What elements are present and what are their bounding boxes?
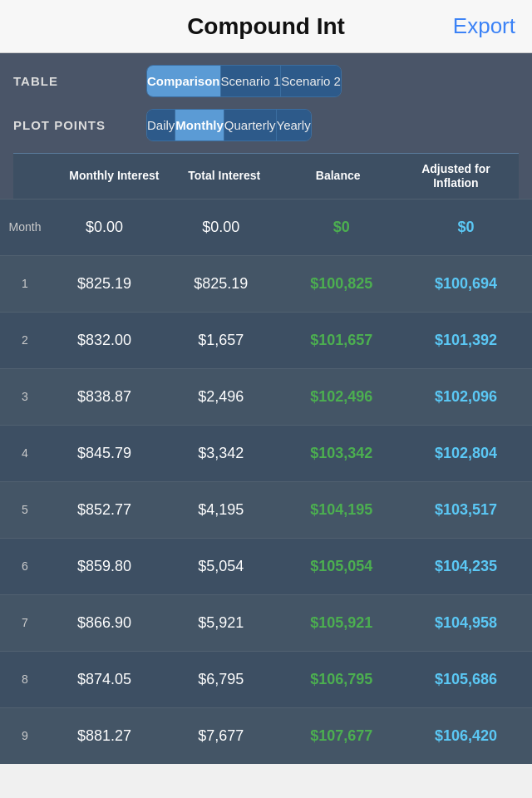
- cell-total-interest: $3,342: [159, 436, 283, 470]
- tab-scenario1[interactable]: Scenario 1: [221, 66, 282, 96]
- cell-month: 2: [0, 325, 50, 355]
- cell-inflation: $104,235: [400, 549, 532, 584]
- cell-monthly-interest: $859.80: [50, 549, 159, 584]
- cell-total-interest: $825.19: [159, 267, 283, 301]
- col-header-monthly-interest: Monthly Interest: [63, 162, 165, 190]
- table-row: 7$866.90$5,921$105,921$104,958: [0, 594, 532, 651]
- cell-total-interest: $5,921: [159, 606, 283, 640]
- cell-inflation: $105,686: [400, 663, 532, 697]
- cell-monthly-interest: $866.90: [50, 606, 159, 640]
- column-headers: Monthly Interest Total Interest Balance …: [13, 153, 519, 199]
- cell-balance: $106,795: [283, 663, 400, 697]
- cell-monthly-interest: $832.00: [50, 323, 159, 357]
- cell-total-interest: $7,677: [159, 719, 283, 753]
- tab-quarterly[interactable]: Quarterly: [224, 110, 277, 140]
- cell-inflation: $101,392: [400, 323, 532, 357]
- table-row: 5$852.77$4,195$104,195$103,517: [0, 481, 532, 538]
- cell-balance: $104,195: [283, 493, 400, 527]
- cell-balance: $102,496: [283, 380, 400, 414]
- cell-balance: $105,921: [283, 606, 400, 640]
- cell-total-interest: $4,195: [159, 493, 283, 527]
- table-row: 9$881.27$7,677$107,677$106,420: [0, 707, 532, 764]
- tab-monthly[interactable]: Monthly: [175, 110, 224, 140]
- table-control-row: TABLE Comparison Scenario 1 Scenario 2: [13, 65, 519, 97]
- cell-month: 7: [0, 608, 50, 638]
- tab-scenario2[interactable]: Scenario 2: [281, 66, 341, 96]
- cell-inflation: $102,096: [400, 380, 532, 414]
- data-table: Month$0.00$0.00$0$01$825.19$825.19$100,8…: [0, 199, 532, 764]
- cell-monthly-interest: $825.19: [50, 267, 159, 301]
- cell-balance: $101,657: [283, 323, 400, 357]
- plot-label: PLOT POINTS: [13, 118, 146, 132]
- app-header: Compound Int Export: [0, 0, 532, 53]
- cell-monthly-interest: $845.79: [50, 436, 159, 470]
- cell-month: Month: [0, 212, 50, 242]
- cell-balance: $107,677: [283, 719, 400, 753]
- col-header-month: [13, 162, 63, 190]
- col-header-total-interest: Total Interest: [165, 162, 283, 190]
- cell-balance: $103,342: [283, 436, 400, 470]
- tab-yearly[interactable]: Yearly: [277, 110, 311, 140]
- cell-month: 6: [0, 551, 50, 581]
- table-row: Month$0.00$0.00$0$0: [0, 199, 532, 255]
- cell-month: 4: [0, 438, 50, 468]
- cell-monthly-interest: $0.00: [50, 210, 159, 244]
- cell-inflation: $102,804: [400, 436, 532, 470]
- cell-month: 8: [0, 664, 50, 694]
- cell-inflation: $104,958: [400, 606, 532, 640]
- plot-control-row: PLOT POINTS Daily Monthly Quarterly Year…: [13, 109, 519, 141]
- table-row: 4$845.79$3,342$103,342$102,804: [0, 425, 532, 481]
- cell-total-interest: $2,496: [159, 380, 283, 414]
- cell-inflation: $106,420: [400, 719, 532, 753]
- table-label: TABLE: [13, 74, 146, 88]
- cell-month: 9: [0, 721, 50, 751]
- cell-inflation: $0: [400, 210, 532, 244]
- table-row: 3$838.87$2,496$102,496$102,096: [0, 368, 532, 425]
- cell-monthly-interest: $838.87: [50, 380, 159, 414]
- plot-tab-group: Daily Monthly Quarterly Yearly: [146, 109, 312, 141]
- app-title: Compound Int: [187, 13, 345, 40]
- table-row: 6$859.80$5,054$105,054$104,235: [0, 538, 532, 594]
- table-row: 8$874.05$6,795$106,795$105,686: [0, 651, 532, 707]
- cell-inflation: $103,517: [400, 493, 532, 527]
- cell-month: 5: [0, 495, 50, 525]
- cell-month: 3: [0, 382, 50, 411]
- cell-total-interest: $5,054: [159, 549, 283, 584]
- cell-monthly-interest: $874.05: [50, 663, 159, 697]
- cell-total-interest: $6,795: [159, 663, 283, 697]
- table-row: 2$832.00$1,657$101,657$101,392: [0, 312, 532, 368]
- cell-monthly-interest: $881.27: [50, 719, 159, 753]
- cell-balance: $105,054: [283, 549, 400, 584]
- table-row: 1$825.19$825.19$100,825$100,694: [0, 255, 532, 312]
- cell-total-interest: $1,657: [159, 323, 283, 357]
- cell-month: 1: [0, 268, 50, 298]
- cell-inflation: $100,694: [400, 267, 532, 301]
- controls-section: TABLE Comparison Scenario 1 Scenario 2 P…: [0, 53, 532, 199]
- cell-balance: $100,825: [283, 267, 400, 301]
- cell-balance: $0: [283, 210, 400, 244]
- table-tab-group: Comparison Scenario 1 Scenario 2: [146, 65, 342, 97]
- cell-monthly-interest: $852.77: [50, 493, 159, 527]
- export-button[interactable]: Export: [453, 13, 515, 39]
- col-header-inflation: Adjusted forInflation: [393, 162, 519, 190]
- cell-total-interest: $0.00: [159, 210, 283, 244]
- tab-comparison[interactable]: Comparison: [147, 66, 221, 96]
- col-header-balance: Balance: [283, 162, 393, 190]
- tab-daily[interactable]: Daily: [147, 110, 175, 140]
